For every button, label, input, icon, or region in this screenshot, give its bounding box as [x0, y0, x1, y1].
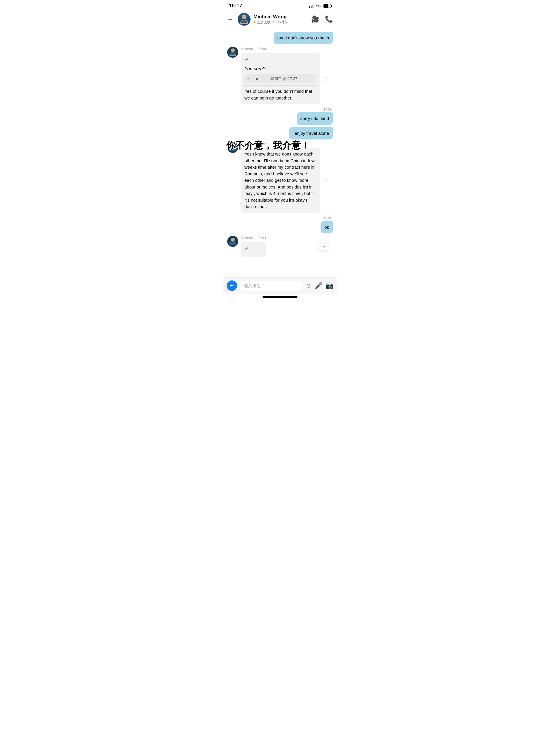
you-sure-text: You sure? [244, 66, 316, 72]
status-bar: 10:17 5G [223, 0, 337, 10]
message-bubble: and i don't know you much [273, 32, 333, 44]
message-incoming-2: Micheal， 17:30 ↵ You sure? z ■ , 星期二 的 1… [227, 47, 333, 104]
sender-avatar [227, 236, 238, 247]
message-incoming-7: Micheal， 17:33 ↵ [227, 236, 333, 257]
message-bubble: ↵ [241, 242, 266, 257]
input-bar: + 键入消息 ☺ 🎤 📷 [223, 277, 337, 294]
input-action-icons: ☺ 🎤 📷 [305, 282, 334, 289]
phone-icon[interactable]: 📞 [325, 16, 333, 23]
signal-icon [309, 4, 314, 8]
video-call-icon[interactable]: 🎥 [311, 16, 319, 23]
bubble-wrapper: ↵ [241, 242, 266, 257]
bubble-wrapper: ↵ You sure? z ■ , 星期二 的 17:27 Yes of cou… [241, 53, 320, 104]
quoted-message: z ■ , 星期二 的 17:27 [244, 74, 316, 83]
sender-name: Micheal， [241, 236, 256, 240]
camera-icon[interactable]: 📷 [325, 282, 334, 289]
message-outgoing-4: i enjoy travel alone [227, 127, 333, 140]
timestamp-17-30: 17:30 [227, 108, 331, 111]
emoji-picker-icon[interactable]: ☺ [305, 282, 312, 289]
message-content: Micheal， 17:30 ↵ You sure? z ■ , 星期二 的 1… [241, 47, 320, 104]
bubble-wrapper: Yes I know that we don't know each other… [241, 148, 320, 213]
message-bubble: i enjoy travel alone [289, 127, 333, 140]
message-outgoing-1: and i don't know you much [227, 32, 333, 44]
emoji-reaction-btn[interactable]: ☺ [323, 75, 328, 82]
message-time: 17:33 [257, 236, 266, 240]
scroll-down-button[interactable]: ⌄ [318, 240, 329, 251]
message-content: Micheal， 17:33 ↵ [241, 236, 266, 257]
message-text: and i don't know you much [277, 35, 329, 40]
status-icons: 5G [309, 4, 331, 8]
battery-icon [323, 4, 331, 8]
last-seen: 上次上线: 15 小时前 [257, 20, 288, 25]
message-text: ok [324, 225, 329, 230]
quote-text: z ■ , 星期二 的 17:27 [247, 76, 297, 81]
online-indicator [254, 21, 256, 23]
header-actions: 🎥 📞 [311, 16, 333, 23]
message-bubble: sorry i do mind [297, 112, 333, 125]
messages-container: 你不介意，我介意！ and i don't know you much Mich… [223, 29, 337, 277]
message-text: Yes I know that we don't know each other… [244, 151, 315, 209]
message-outgoing-3: sorry i do mind [227, 112, 333, 125]
message-bubble: ↵ You sure? z ■ , 星期二 的 17:27 Yes of cou… [241, 53, 320, 104]
message-content: Micheal， 17:32 Yes I know that we don't … [241, 142, 320, 213]
message-text: i enjoy travel alone [293, 131, 329, 136]
sender-avatar [227, 47, 238, 58]
message-outgoing-6: ok [227, 221, 333, 234]
status-time: 10:17 [229, 3, 242, 9]
message-meta: Micheal， 17:30 [241, 47, 320, 52]
message-input[interactable]: 键入消息 [239, 281, 303, 291]
message-bubble: Yes I know that we don't know each other… [241, 148, 320, 213]
back-button[interactable]: ← [227, 16, 234, 23]
reply-arrow: ↵ [244, 245, 262, 253]
voice-input-icon[interactable]: 🎤 [315, 282, 323, 289]
contact-info: Micheal Wong 上次上线: 15 小时前 [254, 14, 308, 25]
home-indicator [263, 296, 297, 298]
sender-name: Micheal， [241, 47, 256, 51]
message-time: 17:30 [257, 47, 266, 51]
contact-avatar [238, 13, 250, 26]
input-placeholder: 键入消息 [243, 283, 261, 288]
message-text: sorry i do mind [300, 116, 329, 121]
home-bar [223, 294, 337, 299]
message-meta: Micheal， 17:33 [241, 236, 266, 241]
reply-arrow: ↵ [244, 56, 316, 63]
timestamp-17-32: 17:32 [227, 216, 331, 220]
add-attachment-button[interactable]: + [226, 280, 237, 291]
emoji-reaction-btn[interactable]: ☺ [323, 177, 328, 184]
message-incoming-5: Micheal， 17:32 Yes I know that we don't … [227, 142, 333, 213]
chat-header: ← Micheal Wong 上次上线: 15 小时前 🎥 📞 [223, 10, 337, 29]
overlay-meme-text: 你不介意，我介意！ [226, 140, 310, 151]
network-type: 5G [316, 4, 321, 8]
contact-name: Micheal Wong [254, 14, 308, 20]
contact-status: 上次上线: 15 小时前 [254, 20, 308, 25]
message-text: Yes of course if you don't mind that we … [244, 89, 312, 100]
message-bubble: ok [321, 221, 333, 234]
chevron-down-icon: ⌄ [321, 242, 326, 249]
